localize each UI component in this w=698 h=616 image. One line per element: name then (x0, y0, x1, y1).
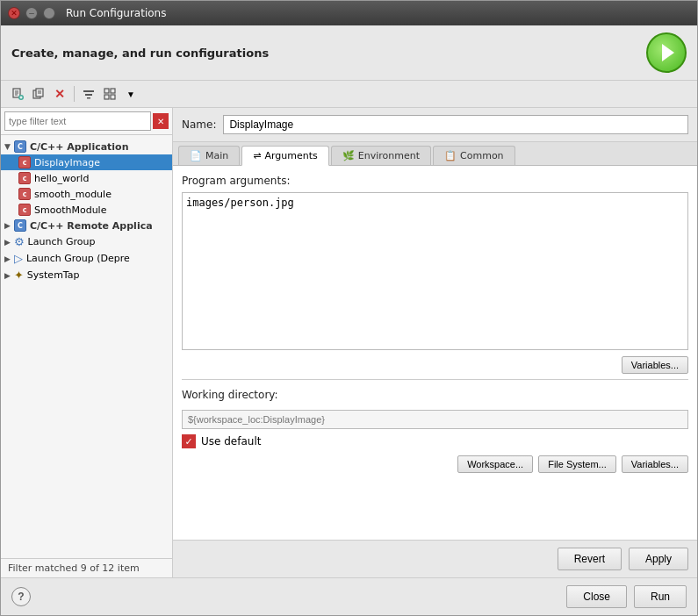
tab-environment[interactable]: 🌿 Environment (331, 146, 431, 165)
left-panel: ✕ ▼ C C/C++ Application c DisplayImage c… (1, 108, 173, 577)
program-args-textarea[interactable]: images/person.jpg (182, 192, 688, 350)
tab-common[interactable]: 📋 Common (433, 146, 515, 165)
tree-item-launch-group-dep[interactable]: ▶ ▷ Launch Group (Depre (1, 250, 172, 267)
use-default-checkbox[interactable]: ✓ (182, 434, 196, 448)
titlebar: ✕ − Run Configurations (1, 1, 697, 25)
main-window: ✕ − Run Configurations Create, manage, a… (0, 0, 698, 616)
collapse-button[interactable] (100, 84, 119, 104)
run-header-button[interactable] (646, 32, 687, 73)
expand-icon-systemtap: ▶ (4, 271, 11, 280)
tree-label-display-image: DisplayImage (34, 157, 100, 168)
tab-common-label: Common (460, 150, 504, 161)
tab-arguments-label: Arguments (264, 150, 317, 161)
footer-right-buttons: Close Run (566, 585, 687, 608)
hello-world-icon: c (18, 172, 31, 184)
revert-button[interactable]: Revert (558, 548, 622, 570)
variables-row: Variables... (182, 356, 688, 374)
tree-item-systemtap[interactable]: ▶ ✦ SystemTap (1, 267, 172, 283)
smooth-module2-icon: c (18, 204, 31, 216)
config-tree: ▼ C C/C++ Application c DisplayImage c h… (1, 135, 172, 558)
tab-main-label: Main (205, 150, 228, 161)
workspace-button[interactable]: Workspace... (457, 455, 533, 473)
tab-environment-label: Environment (358, 150, 420, 161)
cpp-remote-icon: C (14, 219, 26, 232)
svg-rect-14 (104, 89, 109, 93)
tab-arguments[interactable]: ⇌ Arguments (241, 146, 329, 166)
window-title: Run Configurations (66, 7, 166, 19)
tree-item-cpp-app[interactable]: ▼ C C/C++ Application (1, 139, 172, 154)
duplicate-icon (32, 88, 45, 100)
tree-label-launch-group-dep: Launch Group (Depre (26, 253, 130, 264)
svg-rect-12 (85, 94, 92, 96)
working-dir-input[interactable] (182, 410, 688, 429)
svg-rect-11 (83, 90, 94, 92)
tree-item-launch-group[interactable]: ▶ ⚙ Launch Group (1, 233, 172, 250)
expand-icon-remote: ▶ (4, 221, 11, 230)
filter-input[interactable] (4, 111, 151, 131)
name-input[interactable] (223, 115, 688, 134)
toolbar-separator (74, 86, 75, 102)
tabs-bar: 📄 Main ⇌ Arguments 🌿 Environment 📋 Commo… (173, 142, 697, 166)
tab-main[interactable]: 📄 Main (178, 146, 240, 165)
toolbar: ✕ ▼ (1, 81, 697, 108)
minimize-btn[interactable]: − (25, 7, 38, 19)
divider (182, 379, 688, 380)
dir-buttons-row: Workspace... File System... Variables... (182, 455, 688, 473)
tree-label-smooth-module: smooth_module (34, 189, 112, 200)
run-icon (662, 44, 674, 61)
variables-button[interactable]: Variables... (622, 356, 688, 374)
common-tab-icon: 📋 (444, 150, 457, 161)
right-panel: Name: 📄 Main ⇌ Arguments 🌿 Environment (173, 108, 697, 577)
tree-item-display-image[interactable]: c DisplayImage (1, 154, 172, 170)
tree-label-systemtap: SystemTap (27, 269, 80, 281)
tree-item-hello-world[interactable]: c hello_world (1, 170, 172, 186)
new-config-button[interactable] (8, 84, 27, 104)
variables2-button[interactable]: Variables... (622, 455, 688, 473)
expand-icon: ▼ (4, 142, 11, 151)
tab-content-arguments: Program arguments: images/person.jpg Var… (173, 166, 697, 540)
program-args-label: Program arguments: (182, 175, 688, 187)
close-button[interactable]: Close (566, 585, 627, 608)
env-tab-icon: 🌿 (342, 150, 355, 161)
tree-item-smooth-module[interactable]: c smooth_module (1, 186, 172, 202)
tree-item-smooth-module2[interactable]: c SmoothModule (1, 202, 172, 218)
main-content: ✕ ▼ C C/C++ Application c DisplayImage c… (1, 108, 697, 577)
launch-dep-icon: ▷ (14, 252, 23, 265)
maximize-btn[interactable] (43, 7, 55, 19)
filesystem-button[interactable]: File System... (538, 455, 616, 473)
help-button[interactable]: ? (11, 587, 31, 606)
working-dir-section: Working directory: ✓ Use default Workspa… (182, 389, 688, 473)
filter-status: Filter matched 9 of 12 item (1, 558, 172, 577)
svg-rect-13 (87, 97, 90, 99)
display-image-icon: c (18, 156, 31, 168)
filter-clear-button[interactable]: ✕ (153, 113, 169, 129)
apply-button[interactable]: Apply (629, 548, 688, 570)
duplicate-config-button[interactable] (29, 84, 48, 104)
tree-label-smooth-module2: SmoothModule (34, 204, 106, 216)
smooth-module-icon: c (18, 188, 31, 200)
main-tab-icon: 📄 (190, 150, 202, 161)
filter-box: ✕ (1, 108, 172, 135)
collapse-icon (104, 88, 116, 100)
header-subtitle: Create, manage, and run configurations (11, 47, 269, 60)
expand-icon-launch: ▶ (4, 238, 11, 247)
check-icon: ✓ (184, 436, 192, 448)
delete-config-button[interactable]: ✕ (50, 84, 69, 104)
args-tab-icon: ⇌ (253, 150, 261, 161)
run-button[interactable]: Run (634, 585, 687, 608)
name-row: Name: (173, 108, 697, 142)
new-icon (11, 88, 24, 100)
tree-label-launch-group: Launch Group (28, 236, 96, 247)
tree-label-cpp-app: C/C++ Application (30, 141, 129, 153)
close-window-btn[interactable]: ✕ (8, 7, 20, 19)
expand-icon-launch-dep: ▶ (4, 254, 11, 263)
name-label: Name: (182, 118, 216, 131)
dropdown-button[interactable]: ▼ (121, 84, 140, 104)
tree-label-cpp-remote: C/C++ Remote Applica (30, 220, 153, 232)
cpp-app-icon: C (14, 140, 26, 153)
tree-item-cpp-remote[interactable]: ▶ C C/C++ Remote Applica (1, 218, 172, 233)
filter-button[interactable] (79, 84, 98, 104)
svg-rect-15 (111, 89, 115, 93)
working-dir-label: Working directory: (182, 389, 688, 401)
filter-icon (83, 88, 95, 100)
